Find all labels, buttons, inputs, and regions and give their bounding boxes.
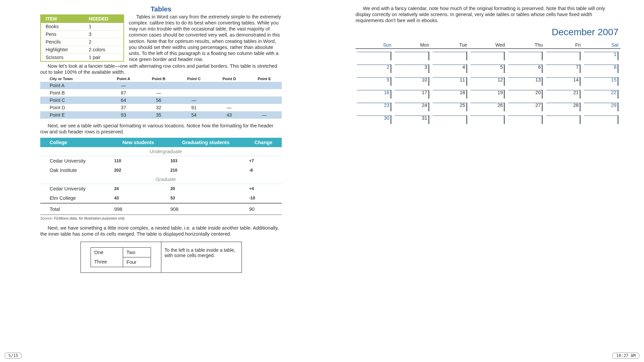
calendar-cell: 26 [469,103,507,113]
table-cell: 56 [141,97,176,104]
calendar-daynum: 31 [422,115,427,121]
calendar-cell [431,115,469,125]
table-cell: — [106,82,141,89]
college-subhead-grad: Graduate [40,175,282,184]
calendar-daynum: 17 [422,90,427,95]
table-cell: 1 pair [84,54,124,62]
calendar-weekday: Mon [393,42,431,49]
table-cell: — [212,104,247,111]
calendar-daynum: 3 [425,64,427,70]
table-cell: 91 [176,104,212,111]
table-cell: 43 [110,193,166,203]
nested-paragraph: Next, we have something a little more co… [40,225,282,237]
calendar-cell: 16 [356,90,393,100]
table-cell: Point D [40,104,106,111]
calendar-daynum: 29 [611,103,616,108]
college-subhead-ug: Undergraduate [40,147,282,156]
calendar-daynum: 20 [535,90,541,95]
calendar-daynum: 14 [573,77,579,82]
calendar-cell: 7 [545,64,583,74]
page-right: We end with a fancy calendar, note how m… [322,0,644,342]
calendar-daynum: 25 [460,103,465,108]
table-cell: 53 [166,193,245,203]
table-cell: Point A [40,82,106,89]
college-th-2: Graduating students [166,138,245,147]
table-cell [247,89,282,97]
table-cell: Point B [40,89,106,97]
nested-four: Four [123,257,151,267]
table-cell: 103 [166,156,245,166]
page-indicator[interactable]: 5/15 [5,353,22,359]
nested-inner-table: One Three Two Four [91,247,151,267]
calendar-cell [545,52,583,62]
nested-cell-one-three: One Three [91,247,123,267]
calendar-cell: 22 [583,90,621,100]
table-cell [141,82,176,89]
calendar-daynum: 2 [387,64,389,70]
table-cell: 210 [166,166,245,175]
calendar-cell: 8 [583,64,621,74]
table-cell: +7 [245,156,282,166]
calendar-cell [469,115,507,125]
table-row: Elm College4353-10 [40,193,282,203]
nested-caption: To the left is a table inside a table, w… [161,242,241,273]
calendar-daynum: 23 [384,103,389,108]
calendar-cell: 25 [431,103,469,113]
table-cell: 20 [166,184,245,193]
table-cell: 2 [84,38,124,46]
table-cell: 35 [141,111,176,119]
table-cell: 43 [212,111,247,119]
calendar-daynum: 19 [497,90,503,95]
table-cell: 87 [106,89,141,97]
calendar-cell: 13 [507,77,545,87]
table-cell: — [176,97,212,104]
table-cell: 1 [84,23,124,31]
table-cell [212,82,247,89]
calendar-row: 3031 [356,115,621,125]
table-cell: -10 [245,193,282,203]
calendar-title: December 2007 [356,27,619,38]
calendar-cell: 23 [356,103,393,113]
source-text: Fictitious data, for illustration purpos… [53,216,125,220]
calendar-cell: 24 [393,103,431,113]
alternating-table: City or TownPoint APoint BPoint CPoint D… [40,76,282,119]
nested-one: One [94,250,119,255]
calendar-daynum: 26 [497,103,503,108]
calendar-cell [356,52,393,62]
calendar-cell: 28 [545,103,583,113]
calendar-row: 16171819202122 [356,90,621,100]
calendar-cell [469,52,507,62]
green-table: ITEM NEEDED Books1Pens3Pencils2Highlight… [40,14,124,62]
table-cell: 37 [106,104,141,111]
table-cell [212,97,247,104]
table-cell: Point E [40,111,106,119]
college-total-label: Total [40,203,110,215]
calendar-cell: 9 [356,77,393,87]
table-cell [176,89,212,97]
calendar-cell: 27 [507,103,545,113]
calendar-daynum: 5 [500,64,503,70]
calendar-weekday: Tue [431,42,469,49]
table-cell: 54 [176,111,212,119]
table-cell: 32 [141,104,176,111]
time-indicator: 10:27 AM [612,353,639,359]
calendar-weekday: Sun [356,42,393,49]
calendar-daynum: 1 [614,52,616,57]
table-cell [247,104,282,111]
calendar-daynum: 16 [384,90,389,95]
table-cell: Elm College [40,193,110,203]
calendar-weekday: Wed [469,42,507,49]
table-cell: 110 [110,156,166,166]
table-row: Point D373291— [40,104,282,111]
footer: 5/15 10:27 AM [0,350,644,359]
calendar-daynum: 4 [462,64,465,70]
college-total-3: 90 [245,203,282,215]
calendar-weekday: Sat [583,42,621,49]
college-table: College New students Graduating students… [40,138,282,215]
green-th-needed: NEEDED [84,15,124,23]
table-cell: 24 [110,184,166,193]
calendar-daynum: 12 [497,77,503,82]
table-cell: — [141,89,176,97]
page-left: Tables ITEM NEEDED Books1Pens3Pencils2Hi… [0,0,322,342]
calendar-cell: 14 [545,77,583,87]
